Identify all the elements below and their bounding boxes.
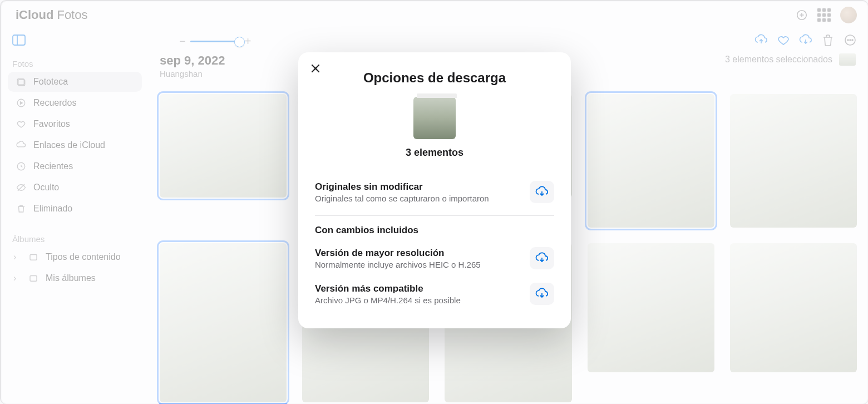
folder-icon: [28, 252, 39, 262]
download-highres-button[interactable]: [530, 247, 554, 269]
favorite-button[interactable]: [777, 33, 790, 49]
selection-thumb: [839, 53, 856, 66]
delete-button[interactable]: [821, 33, 835, 49]
brand-main: iCloud: [16, 8, 53, 22]
sidebar-item-tipos[interactable]: › Tipos de contenido: [8, 247, 142, 267]
sidebar-item-label: Oculto: [33, 183, 59, 193]
option-most-compatible: Versión más compatible Archivo JPG o MP4…: [315, 276, 554, 312]
zoom-out-icon[interactable]: −: [179, 35, 186, 48]
add-button[interactable]: [796, 9, 808, 21]
sidebar-item-label: Enlaces de iCloud: [33, 140, 105, 150]
photo-thumbnail[interactable]: [160, 94, 287, 198]
svg-rect-3: [13, 35, 25, 45]
option-unmodified-originals: Originales sin modificar Originales tal …: [315, 174, 554, 210]
sidebar-toggle-button[interactable]: [12, 35, 26, 48]
trash-icon: [16, 204, 27, 214]
sidebar-item-oculto[interactable]: Oculto: [8, 178, 142, 198]
heart-icon: [16, 119, 27, 129]
modal-title: Opciones de descarga: [315, 70, 554, 86]
eye-off-icon: [16, 183, 27, 193]
sidebar-item-eliminado[interactable]: Eliminado: [8, 199, 142, 219]
item-count: 3 elementos: [315, 147, 554, 159]
play-circle-icon: [16, 98, 27, 108]
toolbar: − +: [1, 29, 868, 53]
upload-button[interactable]: [754, 33, 768, 49]
section-edits-included: Con cambios incluidos: [315, 225, 554, 236]
download-compatible-button[interactable]: [530, 283, 554, 305]
account-avatar[interactable]: [840, 7, 857, 23]
download-originals-button[interactable]: [530, 181, 554, 203]
divider: [315, 215, 554, 216]
sidebar-section-fotos: Fotos: [8, 53, 142, 72]
photo-thumbnail[interactable]: [730, 243, 857, 372]
sidebar-item-label: Tipos de contenido: [46, 252, 121, 262]
sidebar-item-label: Favoritos: [33, 119, 70, 129]
option-subtitle: Archivo JPG o MP4/H.264 si es posible: [315, 295, 522, 305]
zoom-track[interactable]: [190, 41, 240, 42]
option-subtitle: Normalmente incluye archivos HEIC o H.26…: [315, 260, 522, 269]
photo-thumbnail[interactable]: [588, 94, 714, 228]
cloud-link-icon: [16, 140, 27, 150]
option-title: Originales sin modificar: [315, 181, 522, 193]
svg-rect-15: [30, 276, 37, 282]
sidebar-item-label: Eliminado: [33, 204, 72, 214]
sidebar-item-label: Fototeca: [33, 77, 68, 87]
more-button[interactable]: [844, 33, 857, 49]
sidebar-item-misalbumes[interactable]: › Mis álbumes: [8, 268, 142, 288]
close-button[interactable]: [310, 62, 320, 77]
sidebar-item-label: Mis álbumes: [46, 273, 96, 283]
sidebar-item-recuerdos[interactable]: Recuerdos: [8, 93, 142, 113]
download-options-modal: Opciones de descarga 3 elementos Origina…: [298, 52, 571, 328]
library-icon: [16, 77, 27, 87]
sidebar-item-recientes[interactable]: Recientes: [8, 156, 142, 176]
option-highest-resolution: Versión de mayor resolución Normalmente …: [315, 240, 554, 276]
option-subtitle: Originales tal como se capturaron o impo…: [315, 194, 522, 203]
app-launcher-icon[interactable]: [818, 9, 830, 21]
selection-count: 3 elementos seleccionados: [725, 55, 832, 65]
option-title: Versión de mayor resolución: [315, 248, 522, 259]
sidebar-section-albumes: Álbumes: [8, 229, 142, 247]
sidebar: Fotos Fototeca Recuerdos Favoritos Enlac…: [1, 53, 149, 404]
brand[interactable]: iCloud Fotos: [12, 8, 87, 22]
chevron-right-icon: ›: [13, 252, 20, 262]
sidebar-item-favoritos[interactable]: Favoritos: [8, 114, 142, 134]
svg-point-7: [850, 40, 851, 41]
chevron-right-icon: ›: [13, 273, 20, 283]
preview-thumbnail: [413, 97, 456, 139]
svg-point-6: [847, 40, 849, 41]
photo-thumbnail[interactable]: [730, 94, 857, 228]
brand-app: Fotos: [57, 8, 87, 22]
svg-point-8: [852, 40, 853, 41]
sidebar-item-label: Recientes: [33, 161, 73, 171]
zoom-slider[interactable]: − +: [179, 35, 251, 48]
download-button[interactable]: [799, 33, 812, 49]
folder-icon: [28, 273, 39, 283]
sidebar-item-fototeca[interactable]: Fototeca: [8, 72, 142, 92]
sidebar-item-label: Recuerdos: [33, 98, 76, 108]
photo-thumbnail[interactable]: [588, 243, 714, 372]
sidebar-item-enlaces[interactable]: Enlaces de iCloud: [8, 135, 142, 155]
photo-thumbnail[interactable]: [160, 243, 287, 402]
svg-rect-14: [30, 255, 37, 260]
clock-icon: [16, 161, 27, 171]
zoom-in-icon[interactable]: +: [245, 35, 251, 48]
app-header: iCloud Fotos: [1, 1, 868, 29]
option-title: Versión más compatible: [315, 283, 522, 294]
